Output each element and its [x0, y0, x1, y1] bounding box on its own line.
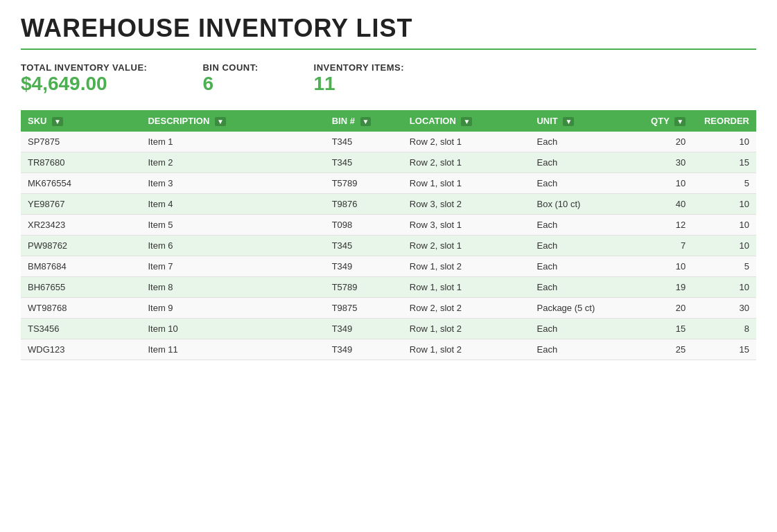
description-filter-icon[interactable]: ▼	[215, 117, 226, 126]
cell-unit: Each	[530, 339, 643, 360]
cell-sku: WDG123	[21, 339, 141, 360]
total-value: $4,649.00	[21, 73, 147, 95]
bin-count: 6	[202, 73, 258, 95]
table-row: TR87680Item 2T345Row 2, slot 1Each3015	[21, 152, 756, 173]
inventory-items: 11	[314, 73, 405, 95]
cell-reorder: 10	[692, 236, 756, 256]
cell-unit: Each	[530, 173, 643, 194]
cell-unit: Each	[530, 319, 643, 339]
cell-description: Item 6	[141, 236, 324, 256]
cell-sku: TR87680	[21, 152, 141, 173]
cell-unit: Each	[530, 215, 643, 236]
table-row: WT98768Item 9T9875Row 2, slot 2Package (…	[21, 298, 756, 319]
col-header-location[interactable]: LOCATION ▼	[403, 110, 530, 132]
cell-reorder: 10	[692, 215, 756, 236]
cell-location: Row 3, slot 2	[403, 194, 530, 215]
cell-unit: Each	[530, 277, 643, 298]
table-row: YE98767Item 4T9876Row 3, slot 2Box (10 c…	[21, 194, 756, 215]
unit-filter-icon[interactable]: ▼	[563, 117, 574, 126]
title-divider	[21, 48, 756, 50]
table-header-row: SKU ▼ DESCRIPTION ▼ BIN # ▼ LOCATION ▼ U…	[21, 110, 756, 132]
cell-unit: Box (10 ct)	[530, 194, 643, 215]
bin-count-label: BIN COUNT:	[202, 62, 258, 73]
table-row: BH67655Item 8T5789Row 1, slot 1Each1910	[21, 277, 756, 298]
cell-qty: 40	[643, 194, 692, 215]
table-row: TS3456Item 10T349Row 1, slot 2Each158	[21, 319, 756, 339]
cell-description: Item 3	[141, 173, 324, 194]
cell-qty: 10	[643, 173, 692, 194]
cell-location: Row 1, slot 2	[403, 339, 530, 360]
cell-location: Row 2, slot 1	[403, 132, 530, 152]
cell-reorder: 8	[692, 319, 756, 339]
table-container: SKU ▼ DESCRIPTION ▼ BIN # ▼ LOCATION ▼ U…	[21, 110, 756, 360]
cell-reorder: 10	[692, 194, 756, 215]
cell-reorder: 30	[692, 298, 756, 319]
cell-description: Item 5	[141, 215, 324, 236]
cell-sku: XR23423	[21, 215, 141, 236]
cell-bin: T5789	[325, 173, 403, 194]
cell-sku: WT98768	[21, 298, 141, 319]
col-header-sku[interactable]: SKU ▼	[21, 110, 141, 132]
total-value-label: TOTAL INVENTORY VALUE:	[21, 62, 147, 73]
cell-location: Row 2, slot 1	[403, 152, 530, 173]
cell-sku: PW98762	[21, 236, 141, 256]
cell-location: Row 1, slot 1	[403, 173, 530, 194]
cell-location: Row 2, slot 1	[403, 236, 530, 256]
cell-location: Row 1, slot 1	[403, 277, 530, 298]
cell-bin: T9875	[325, 298, 403, 319]
cell-bin: T349	[325, 256, 403, 277]
cell-description: Item 4	[141, 194, 324, 215]
cell-bin: T345	[325, 236, 403, 256]
total-value-block: TOTAL INVENTORY VALUE: $4,649.00	[21, 62, 147, 95]
inventory-items-block: INVENTORY ITEMS: 11	[314, 62, 405, 95]
cell-reorder: 15	[692, 339, 756, 360]
cell-qty: 20	[643, 298, 692, 319]
col-header-unit[interactable]: UNIT ▼	[530, 110, 643, 132]
bin-filter-icon[interactable]: ▼	[360, 117, 372, 126]
col-header-bin[interactable]: BIN # ▼	[325, 110, 403, 132]
table-row: PW98762Item 6T345Row 2, slot 1Each710	[21, 236, 756, 256]
table-row: WDG123Item 11T349Row 1, slot 2Each2515	[21, 339, 756, 360]
cell-description: Item 10	[141, 319, 324, 339]
cell-description: Item 7	[141, 256, 324, 277]
sku-filter-icon[interactable]: ▼	[52, 117, 63, 126]
table-row: SP7875Item 1T345Row 2, slot 1Each2010	[21, 132, 756, 152]
cell-sku: BM87684	[21, 256, 141, 277]
cell-bin: T349	[325, 319, 403, 339]
cell-bin: T345	[325, 152, 403, 173]
qty-filter-icon[interactable]: ▼	[674, 117, 686, 126]
cell-bin: T9876	[325, 194, 403, 215]
cell-unit: Package (5 ct)	[530, 298, 643, 319]
table-row: MK676554Item 3T5789Row 1, slot 1Each105	[21, 173, 756, 194]
cell-reorder: 10	[692, 277, 756, 298]
cell-unit: Each	[530, 256, 643, 277]
cell-reorder: 15	[692, 152, 756, 173]
inventory-items-label: INVENTORY ITEMS:	[314, 62, 405, 73]
location-filter-icon[interactable]: ▼	[461, 117, 472, 126]
cell-qty: 7	[643, 236, 692, 256]
col-header-reorder: REORDER	[692, 110, 756, 132]
col-header-qty[interactable]: QTY ▼	[643, 110, 692, 132]
cell-description: Item 11	[141, 339, 324, 360]
table-row: BM87684Item 7T349Row 1, slot 2Each105	[21, 256, 756, 277]
cell-qty: 15	[643, 319, 692, 339]
cell-qty: 19	[643, 277, 692, 298]
cell-bin: T098	[325, 215, 403, 236]
cell-unit: Each	[530, 152, 643, 173]
cell-description: Item 1	[141, 132, 324, 152]
cell-sku: SP7875	[21, 132, 141, 152]
cell-unit: Each	[530, 132, 643, 152]
col-header-description[interactable]: DESCRIPTION ▼	[141, 110, 324, 132]
cell-location: Row 3, slot 1	[403, 215, 530, 236]
inventory-table: SKU ▼ DESCRIPTION ▼ BIN # ▼ LOCATION ▼ U…	[21, 110, 756, 360]
cell-description: Item 8	[141, 277, 324, 298]
cell-unit: Each	[530, 236, 643, 256]
cell-sku: BH67655	[21, 277, 141, 298]
cell-location: Row 2, slot 2	[403, 298, 530, 319]
cell-qty: 20	[643, 132, 692, 152]
cell-description: Item 2	[141, 152, 324, 173]
cell-qty: 12	[643, 215, 692, 236]
page-title: WAREHOUSE INVENTORY LIST	[21, 14, 756, 43]
cell-location: Row 1, slot 2	[403, 256, 530, 277]
cell-sku: MK676554	[21, 173, 141, 194]
